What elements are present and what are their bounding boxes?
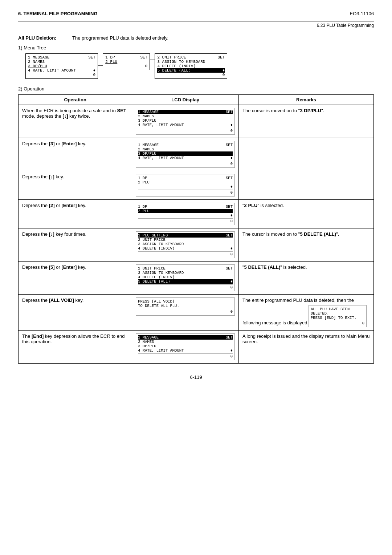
connector-1: ── (98, 53, 103, 68)
menu-box-row: 3 DP/PLU (28, 64, 95, 68)
lcd-display: 1 MESSAGESET2 NAMES3 DP/PLU4 RATE, LIMIT… (136, 333, 235, 360)
menu-box-row: 4 RATE, LIMIT AMOUNT ♦ (28, 68, 95, 73)
lcd-row: ♦ (138, 213, 233, 218)
lcd-row: ♦ (138, 185, 233, 189)
lcd-footer: 0 (138, 284, 233, 289)
menu-box-footer: 0 (105, 64, 147, 68)
lcd-footer: 0 (138, 190, 233, 195)
operation-cell: Depress the [ALL VOID] key. (19, 295, 132, 331)
section-title-underline: All PLU Deletion: (18, 35, 56, 41)
lcd-row: 3 DP/PLU (138, 151, 233, 156)
menu-box-row: 2 NAMES (28, 60, 95, 64)
lcd-display: PRESS [ALL VOID]TO DELETE ALL PLU.0 (136, 297, 235, 316)
lcd-row: 2 UNIT PRICESET (138, 266, 233, 271)
table-row: Depress the [ALL VOID] key.PRESS [ALL VO… (19, 295, 374, 331)
menu-box-row: 2 PLU (105, 60, 147, 64)
menu-box-row: 1 DP SET (105, 55, 147, 60)
menu-box: 1 DP SET2 PLU0 (103, 53, 150, 70)
menu-box-footer: 0 (157, 73, 225, 77)
table-row: Depress the [3] or [Enter] key.1 MESSAGE… (19, 138, 374, 171)
lcd-row: 2 NAMES (138, 147, 233, 151)
lcd-row: 1 DPSET (138, 176, 233, 180)
operation-cell: Depress the [↓] key four times. (19, 228, 132, 262)
operation-cell: Depress the [3] or [Enter] key. (19, 138, 132, 171)
lcd-row: 4 DELETE (INDIV)♦ (138, 246, 233, 251)
remarks-cell: A long receipt is issued and the display… (238, 331, 373, 364)
lcd-row: PRESS [ALL VOID] (138, 299, 233, 304)
lcd-cell: 2 UNIT PRICESET3 ASSIGN TO KEYBOARD4 DEL… (132, 262, 239, 295)
remarks-box-row: ALL PLU HAVE BEEN (311, 307, 364, 311)
lcd-display: 1 MESSAGESET2 NAMES3 DP/PLU4 RATE, LIMIT… (136, 141, 235, 168)
lcd-row: TO DELETE ALL PLU. (138, 304, 233, 308)
lcd-row: 4 RATE, LIMIT AMOUNT♦ (138, 156, 233, 160)
table-row: Depress the [↓] key.1 DPSET2 PLU♦0 (19, 171, 374, 200)
operation-table: Operation LCD Display Remarks When the E… (18, 94, 374, 364)
lcd-row: 1 MESSAGESET (138, 143, 233, 147)
table-row: The [End] key depression allows the ECR … (19, 331, 374, 364)
lcd-footer: 0 (138, 161, 233, 166)
lcd-row: 5 DELETE (ALL)♦ (138, 279, 233, 284)
lcd-footer: 0 (138, 353, 233, 358)
lcd-row: 4 RATE, LIMIT AMOUNT♦ (138, 348, 233, 353)
remarks-box-row: DELETED. (311, 311, 364, 316)
remarks-cell (238, 138, 373, 171)
lcd-row: 4 DELETE (INDIV) (138, 275, 233, 279)
lcd-row: 4 RATE, LIMIT AMOUNT♦ (138, 123, 233, 127)
lcd-footer: 0 (138, 309, 233, 314)
lcd-cell: 1 PLU SETTINGSET2 UNIT PRICE3 ASSIGN TO … (132, 228, 239, 262)
menu-box: 1 MESSAGE SET2 NAMES3 DP/PLU4 RATE, LIMI… (25, 53, 98, 79)
col-header-remarks: Remarks (238, 95, 373, 105)
operation-cell: The [End] key depression allows the ECR … (19, 331, 132, 364)
operation-cell: Depress the [5] or [Enter] key. (19, 262, 132, 295)
lcd-display: 2 UNIT PRICESET3 ASSIGN TO KEYBOARD4 DEL… (136, 264, 235, 291)
chapter-title: 6. TERMINAL FILE PROGRAMMING (18, 11, 98, 16)
lcd-display: 1 DPSET2 PLU♦0 (136, 174, 235, 197)
lcd-display: 1 PLU SETTINGSET2 UNIT PRICE3 ASSIGN TO … (136, 231, 235, 258)
table-row: When the ECR is being outside a sale and… (19, 105, 374, 138)
lcd-cell: 1 DPSET2 PLU♦0 (132, 171, 239, 200)
operation-section-label: 2) Operation (18, 86, 374, 92)
connector-2: ── (150, 53, 155, 62)
lcd-row: 2 PLU (138, 180, 233, 185)
lcd-cell: 1 MESSAGESET2 NAMES3 DP/PLU4 RATE, LIMIT… (132, 331, 239, 364)
remarks-text: "5 DELETE (ALL)" is selected. (242, 264, 307, 270)
page-header: 6. TERMINAL FILE PROGRAMMING EO3-11106 (18, 11, 374, 19)
menu-box-row: 4 DELETE (INDIV) (157, 64, 225, 68)
lcd-row: 2 PLU (138, 209, 233, 213)
lcd-row: 3 DP/PLU (138, 118, 233, 123)
remarks-box-footer: 0 (311, 321, 364, 325)
lcd-footer: 0 (138, 251, 233, 256)
menu-box-row: 1 MESSAGE SET (28, 55, 95, 60)
lcd-footer: 0 (138, 218, 233, 223)
col-header-operation: Operation (19, 95, 132, 105)
remarks-text: "2 PLU" is selected. (242, 203, 284, 208)
table-row: Depress the [2] or [Enter] key.1 DPSET2 … (19, 200, 374, 228)
section-title: All PLU Deletion: The programmed PLU dat… (18, 35, 374, 41)
remarks-cell: The entire programmed PLU data is delete… (238, 295, 373, 331)
remarks-box-row: PRESS [END] TO EXIT. (311, 316, 364, 320)
remarks-text: The cursor is moved on to "3 DP/PLU". (242, 108, 324, 113)
menu-box-row: 2 UNIT PRICE SET (157, 55, 225, 60)
remarks-cell: "5 DELETE (ALL)" is selected. (238, 262, 373, 295)
lcd-cell: 1 MESSAGESET2 NAMES3 DP/PLU4 RATE, LIMIT… (132, 105, 239, 138)
lcd-row: 3 DP/PLU (138, 344, 233, 348)
lcd-row: 1 PLU SETTINGSET (138, 233, 233, 238)
menu-tree: 1 MESSAGE SET2 NAMES3 DP/PLU4 RATE, LIMI… (25, 53, 374, 79)
menu-box-footer: 0 (28, 73, 95, 77)
remarks-cell: "2 PLU" is selected. (238, 200, 373, 228)
lcd-cell: 1 DPSET2 PLU♦0 (132, 200, 239, 228)
remarks-text: A long receipt is issued and the display… (242, 333, 369, 344)
table-row: Depress the [↓] key four times.1 PLU SET… (19, 228, 374, 262)
lcd-cell: PRESS [ALL VOID]TO DELETE ALL PLU.0 (132, 295, 239, 331)
remarks-cell: The cursor is moved on to "5 DELETE (ALL… (238, 228, 373, 262)
remarks-cell: The cursor is moved on to "3 DP/PLU". (238, 105, 373, 138)
section-subtitle: 6.23 PLU Table Programming (18, 23, 374, 28)
lcd-cell: 1 MESSAGESET2 NAMES3 DP/PLU4 RATE, LIMIT… (132, 138, 239, 171)
lcd-row: 2 UNIT PRICE (138, 238, 233, 242)
lcd-footer: 0 (138, 128, 233, 133)
doc-number: EO3-11106 (350, 11, 374, 16)
operation-cell: Depress the [2] or [Enter] key. (19, 200, 132, 228)
operation-cell: When the ECR is being outside a sale and… (19, 105, 132, 138)
lcd-display: 1 MESSAGESET2 NAMES3 DP/PLU4 RATE, LIMIT… (136, 108, 235, 135)
header-divider (18, 21, 374, 21)
